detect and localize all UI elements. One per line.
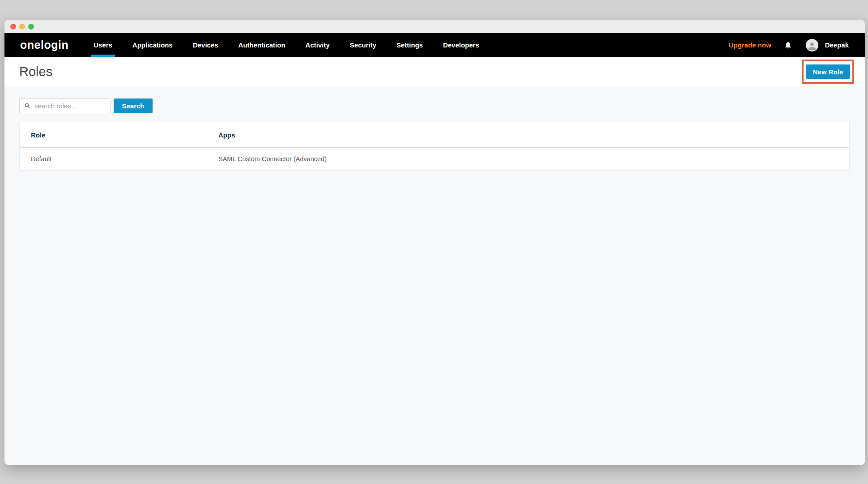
role-cell[interactable]: Default	[20, 155, 218, 163]
nav-tab-devices[interactable]: Devices	[193, 33, 218, 57]
user-name-label[interactable]: Deepak	[825, 41, 849, 49]
upgrade-now-link[interactable]: Upgrade now	[729, 41, 771, 49]
search-icon	[24, 103, 31, 109]
nav-menu: Users Applications Devices Authenticatio…	[94, 33, 479, 57]
annotation-highlight-box: New Role	[802, 60, 854, 84]
person-icon	[807, 41, 817, 51]
window-close-button[interactable]	[10, 24, 16, 30]
app-window: onelogin Users Applications Devices Auth…	[4, 20, 865, 465]
nav-tab-developers[interactable]: Developers	[443, 33, 479, 57]
table-row[interactable]: Default SAML Custom Connector (Advanced)	[20, 148, 849, 170]
nav-tab-settings[interactable]: Settings	[396, 33, 423, 57]
apps-cell: SAML Custom Connector (Advanced)	[218, 155, 849, 163]
page-title: Roles	[19, 64, 52, 79]
window-minimize-button[interactable]	[19, 24, 25, 30]
column-header-role: Role	[20, 131, 218, 139]
roles-table: Role Apps Default SAML Custom Connector …	[19, 122, 850, 171]
window-maximize-button[interactable]	[28, 24, 34, 30]
column-header-apps: Apps	[218, 131, 849, 139]
nav-tab-security[interactable]: Security	[350, 33, 376, 57]
onelogin-logo: onelogin	[20, 39, 68, 51]
nav-tab-users[interactable]: Users	[94, 33, 112, 57]
nav-tab-applications[interactable]: Applications	[132, 33, 173, 57]
nav-tab-activity[interactable]: Activity	[306, 33, 330, 57]
search-row: Search	[19, 99, 850, 113]
user-avatar[interactable]	[806, 39, 818, 51]
navbar-right: Upgrade now Deepak	[729, 39, 849, 51]
new-role-button[interactable]: New Role	[806, 64, 850, 79]
window-titlebar	[4, 20, 865, 33]
content-area: Search Role Apps Default SAML Custom Con…	[4, 86, 865, 465]
search-button[interactable]: Search	[114, 99, 153, 113]
nav-tab-authentication[interactable]: Authentication	[238, 33, 285, 57]
bell-icon	[784, 41, 792, 49]
notifications-button[interactable]	[784, 41, 792, 49]
page-header: Roles New Role	[4, 57, 865, 86]
table-header-row: Role Apps	[20, 122, 849, 148]
search-box	[19, 99, 111, 113]
top-navbar: onelogin Users Applications Devices Auth…	[4, 33, 865, 57]
search-roles-input[interactable]	[34, 102, 106, 110]
